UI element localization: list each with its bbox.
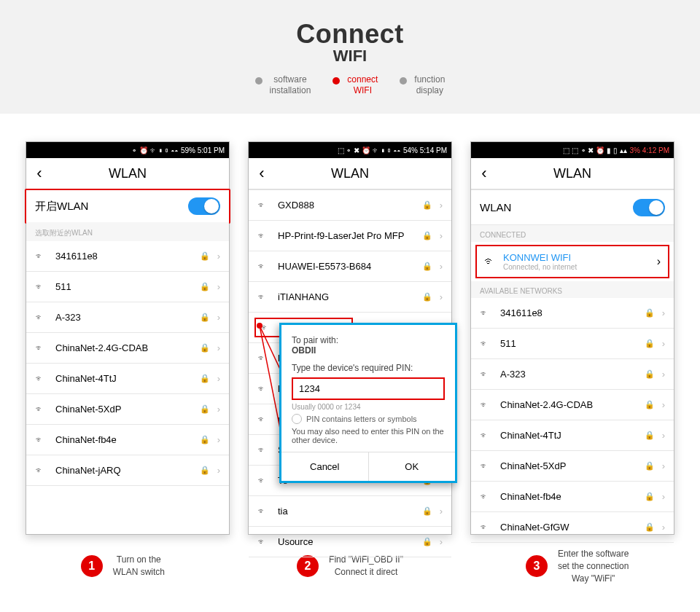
wifi-icon: ᯤ	[257, 444, 271, 455]
status-text: 59% 5:01 PM	[181, 146, 225, 154]
pin-letters-checkbox[interactable]: PIN contains letters or symbols	[292, 414, 445, 424]
chevron-right-icon: ›	[662, 307, 665, 318]
status-bar: ⬚ ⬚ ⚬ ✖ ⏰ ▮ ▯ ▴▴3% 4:12 PM	[471, 142, 674, 158]
lock-icon: 🔒	[422, 292, 432, 302]
section-nearby: 选取附近的WLAN	[26, 222, 229, 241]
network-row[interactable]: ᯤ A-323 🔒 ›	[26, 302, 229, 333]
network-row[interactable]: ᯤ ChinaNet-fb4e 🔒 ›	[471, 482, 674, 512]
network-row[interactable]: ᯤ 511 🔒 ›	[471, 329, 674, 359]
network-row[interactable]: ᯤ GXD888 🔒 ›	[249, 190, 451, 221]
hero-band: Connect WIFI softwareinstallation connec…	[0, 0, 700, 114]
chevron-right-icon: ›	[217, 373, 220, 384]
lock-icon: 🔒	[645, 369, 655, 379]
network-row[interactable]: ᯤ Usource 🔒 ›	[249, 527, 451, 557]
network-row[interactable]: ᯤ tia 🔒 ›	[249, 496, 451, 527]
network-row[interactable]: ᯤ 511 🔒 ›	[26, 272, 229, 302]
network-name: ChinaNet-4TtJ	[55, 373, 192, 384]
network-name: GXD888	[278, 200, 415, 211]
app-header: ‹ WLAN	[26, 158, 229, 190]
wifi-icon: ᯤ	[480, 522, 493, 533]
network-row[interactable]: ᯤ 341611e8 🔒 ›	[26, 241, 229, 272]
network-row[interactable]: ᯤ ChinaNet-GfGW 🔒 ›	[471, 512, 674, 543]
network-row[interactable]: ᯤ ChinaNet-2.4G-CDAB 🔒 ›	[471, 390, 674, 420]
network-name: 341611e8	[55, 251, 192, 262]
network-row[interactable]: ᯤ ChinaNet-2.4G-CDAB 🔒 ›	[26, 333, 229, 364]
status-text: 54% 5:14 PM	[403, 146, 447, 154]
wlan-toggle-row[interactable]: 开启WLAN	[25, 189, 230, 224]
wlan-toggle-row[interactable]: WLAN	[471, 190, 674, 225]
wifi-icon: ᯤ	[257, 536, 271, 547]
connected-name: KONNWEI WIFI	[503, 252, 650, 263]
chevron-right-icon: ›	[440, 506, 443, 517]
wifi-icon: ᯤ	[257, 353, 271, 364]
network-list: ᯤ 341611e8 🔒 › ᯤ 511 🔒 › ᯤ A-323 🔒 › ᯤ C…	[26, 241, 229, 486]
pin-input[interactable]	[292, 377, 445, 400]
network-name: A-323	[55, 312, 192, 323]
network-row[interactable]: ᯤ HUAWEI-E5573-B684 🔒 ›	[249, 251, 451, 282]
network-list: ᯤ 341611e8 🔒 › ᯤ 511 🔒 › ᯤ A-323 🔒 › ᯤ C…	[471, 298, 674, 543]
chevron-right-icon: ›	[662, 460, 665, 471]
network-name: ChinaNet-fb4e	[500, 491, 637, 502]
lock-icon: 🔒	[422, 231, 432, 240]
network-name: ChinaNet-jARQ	[55, 465, 192, 476]
network-row[interactable]: ᯤ iTIANHANG 🔒 ›	[249, 282, 451, 313]
cancel-button[interactable]: Cancel	[281, 452, 369, 481]
step-connect-wifi: connectWIFI	[332, 74, 378, 96]
wlan-toggle[interactable]	[188, 197, 220, 215]
network-name: HUAWEI-E5573-B684	[278, 261, 415, 272]
network-name: iTIANHANG	[278, 291, 415, 302]
pair-device-name: OBDII	[292, 345, 445, 356]
lock-icon: 🔒	[422, 537, 432, 546]
step-badge: 1	[81, 555, 103, 577]
network-row[interactable]: ᯤ 341611e8 🔒 ›	[471, 298, 674, 329]
wifi-icon: ᯤ	[257, 506, 271, 517]
network-name: ChinaNet-4TtJ	[500, 430, 637, 441]
app-header: ‹ WLAN	[249, 158, 451, 190]
chevron-right-icon: ›	[662, 491, 665, 502]
chevron-right-icon: ›	[440, 291, 443, 302]
wlan-toggle-label: 开启WLAN	[35, 200, 181, 213]
page-title: WLAN	[471, 166, 674, 181]
network-row[interactable]: ᯤ ChinaNet-5XdP 🔒 ›	[471, 451, 674, 482]
section-connected: CONNECTED	[471, 225, 674, 242]
step-badge: 2	[297, 555, 319, 577]
network-row[interactable]: ᯤ HP-Print-f9-LaserJet Pro MFP 🔒 ›	[249, 221, 451, 251]
status-icons: ⬚ ⬚ ⚬ ✖ ⏰ ▮ ▯ ▴▴	[563, 146, 626, 154]
chevron-right-icon: ›	[217, 312, 220, 323]
network-row[interactable]: ᯤ ChinaNet-5XdP 🔒 ›	[26, 394, 229, 425]
chevron-right-icon: ›	[217, 342, 220, 353]
wifi-icon: ᯤ	[257, 475, 271, 486]
wifi-icon: ᯤ	[480, 369, 493, 380]
chevron-right-icon: ›	[657, 255, 661, 268]
lock-icon: 🔒	[200, 313, 210, 322]
chevron-right-icon: ›	[440, 261, 443, 272]
network-row[interactable]: ᯤ ChinaNet-jARQ 🔒 ›	[26, 455, 229, 486]
page-title: WLAN	[26, 166, 229, 181]
status-icons: ⬚ ⚬ ✖ ⏰ ᯤ ▮ ▯ ▴▴	[338, 146, 400, 154]
app-header: ‹ WLAN	[471, 158, 674, 190]
network-name: Usource	[278, 536, 415, 547]
lock-icon: 🔒	[200, 374, 210, 383]
network-name: tia	[278, 506, 415, 517]
phone-1: ⚬ ⏰ ᯤ ▮ ▯ ▴▴59% 5:01 PM ‹ WLAN 开启WLAN 选取…	[26, 141, 230, 535]
wlan-toggle[interactable]	[633, 199, 665, 216]
network-row[interactable]: ᯤ ChinaNet-4TtJ 🔒 ›	[471, 420, 674, 451]
lock-icon: 🔒	[645, 308, 655, 318]
network-name: ChinaNet-5XdP	[500, 460, 637, 471]
connected-network[interactable]: ᯤ KONNWEI WIFI Connected, no internet ›	[475, 245, 669, 278]
network-row[interactable]: ᯤ A-323 🔒 ›	[471, 359, 674, 390]
pairing-dialog: To pair with: OBDII Type the device's re…	[279, 323, 457, 483]
wifi-icon: ᯤ	[35, 312, 48, 323]
wifi-icon: ᯤ	[260, 322, 273, 333]
chevron-right-icon: ›	[662, 338, 665, 349]
network-row[interactable]: ᯤ ChinaNet-fb4e 🔒 ›	[26, 425, 229, 455]
network-row[interactable]: ᯤ ChinaNet-4TtJ 🔒 ›	[26, 364, 229, 394]
chevron-right-icon: ›	[217, 281, 220, 292]
dot-icon	[332, 77, 340, 85]
network-name: ChinaNet-fb4e	[55, 434, 192, 445]
network-name: ChinaNet-GfGW	[500, 522, 637, 533]
lock-icon: 🔒	[422, 262, 432, 271]
ok-button[interactable]: OK	[369, 452, 456, 481]
wifi-icon: ᯤ	[257, 261, 271, 272]
wifi-icon: ᯤ	[35, 434, 48, 445]
